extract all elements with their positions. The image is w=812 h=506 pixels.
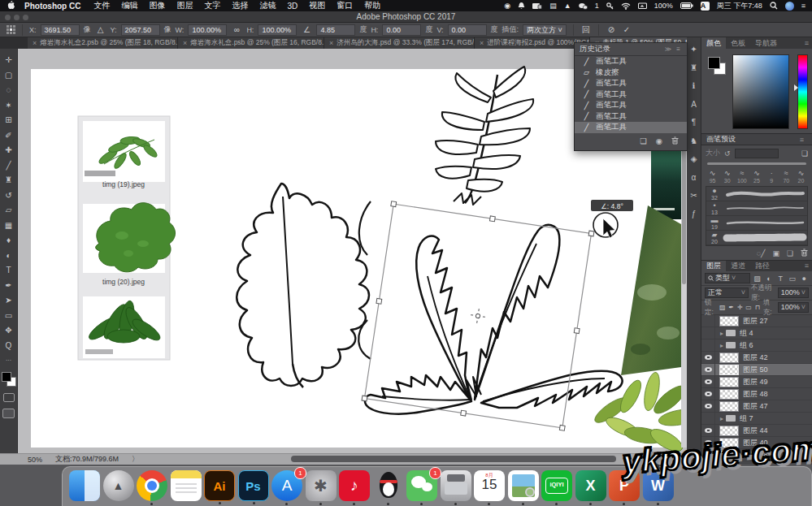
crop-tool[interactable]: ⊞: [1, 113, 17, 128]
menu-image[interactable]: 图像: [149, 0, 165, 11]
tab-navigator[interactable]: 导航器: [750, 37, 782, 49]
brush-preset-row[interactable]: ▰20: [706, 231, 807, 245]
pen-tool[interactable]: ✒: [1, 279, 17, 294]
brush-presets-header[interactable]: 画笔预设 ≡: [701, 134, 812, 145]
visibility-toggle[interactable]: [701, 400, 715, 412]
layer-thumbnail[interactable]: [719, 365, 739, 375]
layer-row[interactable]: 图层 27: [701, 315, 812, 327]
menu-window[interactable]: 窗口: [337, 0, 353, 11]
color-saturation-field[interactable]: [732, 54, 789, 129]
window-close-button[interactable]: [5, 15, 11, 20]
panel-menu-icon[interactable]: ≡: [805, 261, 812, 271]
tab-swatches[interactable]: 色板: [726, 37, 750, 49]
menu-type[interactable]: 文字: [204, 0, 220, 11]
close-icon[interactable]: ×: [480, 39, 484, 47]
hue-slider-handle[interactable]: [794, 84, 798, 91]
notification-center-icon[interactable]: ≡: [801, 2, 805, 10]
panel-menu-icon[interactable]: ≡: [805, 37, 812, 49]
w-input[interactable]: 100.00%: [188, 24, 227, 36]
zoom-level[interactable]: 50%: [28, 456, 42, 464]
filter-type-icon[interactable]: T: [776, 275, 785, 283]
visibility-toggle[interactable]: [701, 327, 715, 339]
apple-menu-icon[interactable]: [7, 0, 15, 11]
zoom-tool[interactable]: Q: [1, 339, 17, 354]
menu-help[interactable]: 帮助: [364, 0, 380, 11]
document-tab[interactable]: × 熔岩海水礼盒2.psb @ 25% (图层 18, RGB/8...: [28, 37, 178, 49]
brush-preset-row[interactable]: ▬19: [706, 216, 807, 231]
layer-thumbnail[interactable]: [719, 389, 739, 400]
dock-system-preferences[interactable]: ✱: [306, 470, 337, 501]
opacity-input[interactable]: 100%˅: [778, 288, 809, 298]
history-step[interactable]: ╱画笔工具: [575, 111, 687, 123]
new-brush-button[interactable]: ❏: [787, 249, 793, 257]
menu-app-name[interactable]: Photoshop CC: [24, 2, 80, 11]
h-input[interactable]: 100.00%: [258, 24, 297, 36]
window-zoom-button[interactable]: [23, 15, 28, 20]
visibility-toggle[interactable]: [701, 413, 715, 424]
lock-pixels-icon[interactable]: ✒: [728, 304, 735, 311]
eyedropper-tool[interactable]: ✐: [1, 128, 17, 144]
filter-smart-object-icon[interactable]: ●: [800, 275, 809, 283]
dock-appstore[interactable]: A1: [271, 470, 302, 501]
history-brush-tool[interactable]: ↺: [1, 188, 17, 204]
dock-finder[interactable]: [69, 470, 100, 501]
layer-thumbnail[interactable]: [719, 377, 739, 387]
brush-preset[interactable]: ·9: [765, 168, 779, 184]
horizontal-scrollbar-thumb[interactable]: [291, 456, 616, 462]
dock-chrome[interactable]: [137, 470, 167, 501]
lock-transparent-icon[interactable]: ▨: [719, 304, 726, 311]
document-tab[interactable]: × 熔岩海水礼盒.psb @ 25% (图层 16, RGB/8...: [178, 37, 324, 49]
document-tab[interactable]: × 济州岛的大海.psd @ 33.3% (图层 174, RGB/8...: [324, 37, 475, 49]
tab-paths[interactable]: 路径: [750, 261, 775, 271]
open-preset-manager-icon[interactable]: ▣: [772, 249, 779, 257]
move-tool[interactable]: ✛: [1, 53, 17, 68]
foreground-background-colors[interactable]: [2, 372, 16, 387]
layer-row[interactable]: 图层 42: [701, 352, 812, 364]
quick-select-tool[interactable]: ✶: [1, 98, 17, 114]
dock-photos[interactable]: [508, 470, 539, 501]
blend-mode-select[interactable]: 正常˅: [705, 288, 749, 298]
tab-color[interactable]: 颜色: [701, 37, 726, 49]
layer-thumbnail[interactable]: [719, 426, 739, 436]
layer-kind-filter[interactable]: 类型˅: [705, 273, 750, 283]
brush-preset[interactable]: ∿30: [720, 168, 734, 184]
healing-brush-tool[interactable]: ✚: [1, 143, 17, 158]
warp-mode-button[interactable]: 回: [580, 24, 592, 36]
visibility-toggle[interactable]: [701, 364, 715, 375]
dock-qq[interactable]: [373, 470, 404, 501]
panel-menu-icon[interactable]: ≡: [800, 134, 807, 145]
edit-toolbar-button[interactable]: ···: [1, 353, 17, 369]
history-step[interactable]: ╱画笔工具: [575, 89, 687, 101]
history-step[interactable]: ╱画笔工具: [575, 78, 687, 89]
delete-brush-button[interactable]: [801, 249, 808, 258]
lock-card-icon[interactable]: [532, 2, 542, 10]
layer-row[interactable]: 图层 48: [701, 388, 812, 400]
history-step[interactable]: ╱画笔工具: [575, 100, 687, 111]
brush-preset[interactable]: ∿20: [794, 168, 808, 184]
brush-preset[interactable]: ≈70: [779, 168, 793, 184]
visibility-toggle[interactable]: [701, 388, 715, 400]
tab-channels[interactable]: 通道: [726, 261, 750, 271]
visibility-toggle[interactable]: [701, 425, 715, 436]
filter-image-icon[interactable]: ▨: [753, 275, 762, 283]
key-icon[interactable]: [606, 2, 614, 10]
blur-tool[interactable]: ♦: [1, 233, 17, 249]
dock-excel[interactable]: X: [575, 470, 606, 501]
dock-calendar[interactable]: 8月15: [474, 470, 505, 501]
dock-notes[interactable]: [171, 470, 202, 501]
menu-layer[interactable]: 图层: [176, 0, 193, 11]
close-icon[interactable]: ×: [329, 39, 333, 47]
brush-preset[interactable]: ∿25: [749, 168, 763, 184]
expand-group-icon[interactable]: ▸: [720, 330, 723, 337]
fill-input[interactable]: 100%˅: [778, 302, 809, 313]
vskew-input[interactable]: 0.00: [448, 24, 487, 36]
lock-position-icon[interactable]: ✛: [736, 304, 743, 311]
new-snapshot-button[interactable]: ◉: [656, 136, 662, 145]
screen-record-icon[interactable]: ◉: [504, 2, 510, 10]
foreground-color-swatch[interactable]: [2, 372, 11, 382]
visibility-toggle[interactable]: [701, 352, 715, 363]
layer-thumbnail[interactable]: [719, 316, 739, 327]
character-panel-icon[interactable]: A: [691, 100, 697, 109]
visibility-toggle[interactable]: [701, 315, 715, 327]
lock-all-icon[interactable]: ⊓: [754, 304, 761, 311]
